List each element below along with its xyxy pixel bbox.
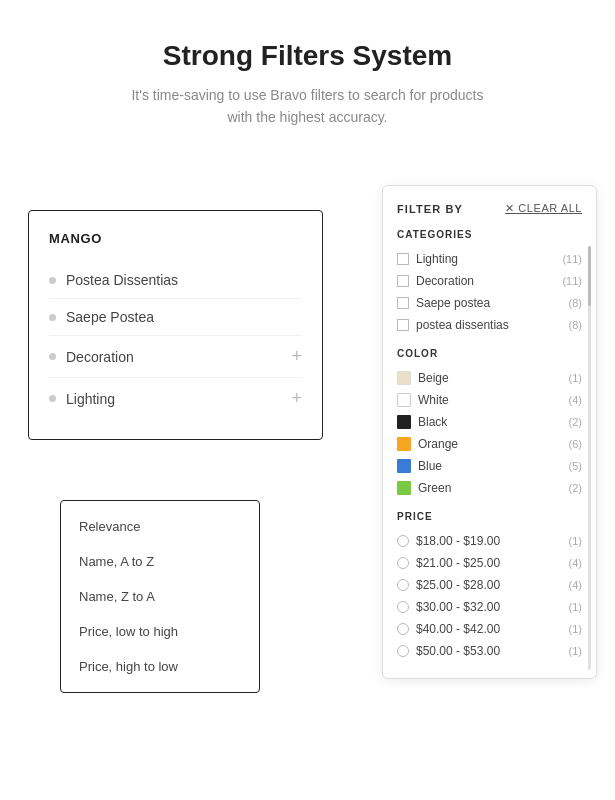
filter-count-saepe: (8): [569, 297, 582, 309]
radio-price-50-53[interactable]: [397, 645, 409, 657]
price-label-21-25: $21.00 - $25.00: [416, 556, 500, 570]
filter-decoration[interactable]: Decoration (11): [397, 270, 582, 292]
checkbox-saepe[interactable]: [397, 297, 409, 309]
scrollbar-track: [588, 246, 591, 670]
filter-label-saepe: Saepe postea: [416, 296, 490, 310]
filter-count-lighting: (11): [562, 253, 582, 265]
swatch-black: [397, 415, 411, 429]
nav-item-lighting[interactable]: Lighting +: [49, 378, 302, 419]
color-label-blue: Blue: [418, 459, 442, 473]
color-white[interactable]: White (4): [397, 389, 582, 411]
color-label-green: Green: [418, 481, 451, 495]
radio-price-21-25[interactable]: [397, 557, 409, 569]
radio-price-30-32[interactable]: [397, 601, 409, 613]
price-label-50-53: $50.00 - $53.00: [416, 644, 500, 658]
color-count-green: (2): [569, 482, 582, 494]
price-count-50-53: (1): [569, 645, 582, 657]
price-label-18-19: $18.00 - $19.00: [416, 534, 500, 548]
filter-header: FILTER BY ✕ CLEAR ALL: [397, 202, 582, 215]
nav-item-label: Postea Dissentias: [66, 272, 178, 288]
checkbox-lighting[interactable]: [397, 253, 409, 265]
price-count-21-25: (4): [569, 557, 582, 569]
filter-panel-title: FILTER BY: [397, 203, 463, 215]
filter-count-postea: (8): [569, 319, 582, 331]
nav-panel-title: MANGO: [49, 231, 302, 246]
sort-panel: Relevance Name, A to Z Name, Z to A Pric…: [60, 500, 260, 693]
color-count-black: (2): [569, 416, 582, 428]
price-count-40-42: (1): [569, 623, 582, 635]
checkbox-decoration[interactable]: [397, 275, 409, 287]
color-label: COLOR: [397, 348, 582, 359]
swatch-white: [397, 393, 411, 407]
categories-label: CATEGORIES: [397, 229, 582, 240]
price-30-32[interactable]: $30.00 - $32.00 (1): [397, 596, 582, 618]
radio-price-18-19[interactable]: [397, 535, 409, 547]
price-label-25-28: $25.00 - $28.00: [416, 578, 500, 592]
color-orange[interactable]: Orange (6): [397, 433, 582, 455]
color-count-beige: (1): [569, 372, 582, 384]
filter-postea[interactable]: postea dissentias (8): [397, 314, 582, 336]
filter-lighting[interactable]: Lighting (11): [397, 248, 582, 270]
radio-price-40-42[interactable]: [397, 623, 409, 635]
nav-item-label: Decoration: [66, 349, 134, 365]
price-18-19[interactable]: $18.00 - $19.00 (1): [397, 530, 582, 552]
color-label-beige: Beige: [418, 371, 449, 385]
sort-name-za[interactable]: Name, Z to A: [61, 579, 259, 614]
page-title: Strong Filters System: [20, 40, 595, 72]
filter-label-postea: postea dissentias: [416, 318, 509, 332]
swatch-beige: [397, 371, 411, 385]
price-label: PRICE: [397, 511, 582, 522]
nav-dot: [49, 353, 56, 360]
swatch-green: [397, 481, 411, 495]
price-count-25-28: (4): [569, 579, 582, 591]
nav-panel: MANGO Postea Dissentias Saepe Postea Dec…: [28, 210, 323, 440]
nav-item-label: Saepe Postea: [66, 309, 154, 325]
color-count-blue: (5): [569, 460, 582, 472]
price-count-30-32: (1): [569, 601, 582, 613]
nav-item-saepe-postea[interactable]: Saepe Postea: [49, 299, 302, 336]
color-beige[interactable]: Beige (1): [397, 367, 582, 389]
expand-icon[interactable]: +: [291, 346, 302, 367]
nav-item-postea-dissentias[interactable]: Postea Dissentias: [49, 262, 302, 299]
price-label-40-42: $40.00 - $42.00: [416, 622, 500, 636]
price-count-18-19: (1): [569, 535, 582, 547]
color-black[interactable]: Black (2): [397, 411, 582, 433]
filter-label-lighting: Lighting: [416, 252, 458, 266]
filter-label-decoration: Decoration: [416, 274, 474, 288]
sort-relevance[interactable]: Relevance: [61, 509, 259, 544]
swatch-blue: [397, 459, 411, 473]
price-25-28[interactable]: $25.00 - $28.00 (4): [397, 574, 582, 596]
swatch-orange: [397, 437, 411, 451]
nav-dot: [49, 314, 56, 321]
filter-count-decoration: (11): [562, 275, 582, 287]
sort-price-low[interactable]: Price, low to high: [61, 614, 259, 649]
sort-price-high[interactable]: Price, high to low: [61, 649, 259, 684]
nav-item-decoration[interactable]: Decoration +: [49, 336, 302, 378]
nav-item-label: Lighting: [66, 391, 115, 407]
price-40-42[interactable]: $40.00 - $42.00 (1): [397, 618, 582, 640]
color-label-black: Black: [418, 415, 447, 429]
nav-dot: [49, 395, 56, 402]
color-green[interactable]: Green (2): [397, 477, 582, 499]
filter-panel: FILTER BY ✕ CLEAR ALL CATEGORIES Lightin…: [382, 185, 597, 679]
color-blue[interactable]: Blue (5): [397, 455, 582, 477]
checkbox-postea[interactable]: [397, 319, 409, 331]
nav-dot: [49, 277, 56, 284]
color-label-white: White: [418, 393, 449, 407]
header-section: Strong Filters System It's time-saving t…: [0, 0, 615, 159]
clear-all-button[interactable]: ✕ CLEAR ALL: [505, 202, 582, 215]
price-50-53[interactable]: $50.00 - $53.00 (1): [397, 640, 582, 662]
color-label-orange: Orange: [418, 437, 458, 451]
color-count-orange: (6): [569, 438, 582, 450]
sort-name-az[interactable]: Name, A to Z: [61, 544, 259, 579]
color-count-white: (4): [569, 394, 582, 406]
scrollbar-thumb[interactable]: [588, 246, 591, 306]
expand-icon[interactable]: +: [291, 388, 302, 409]
filter-saepe[interactable]: Saepe postea (8): [397, 292, 582, 314]
page-subtitle: It's time-saving to use Bravo filters to…: [20, 84, 595, 129]
radio-price-25-28[interactable]: [397, 579, 409, 591]
price-21-25[interactable]: $21.00 - $25.00 (4): [397, 552, 582, 574]
price-label-30-32: $30.00 - $32.00: [416, 600, 500, 614]
